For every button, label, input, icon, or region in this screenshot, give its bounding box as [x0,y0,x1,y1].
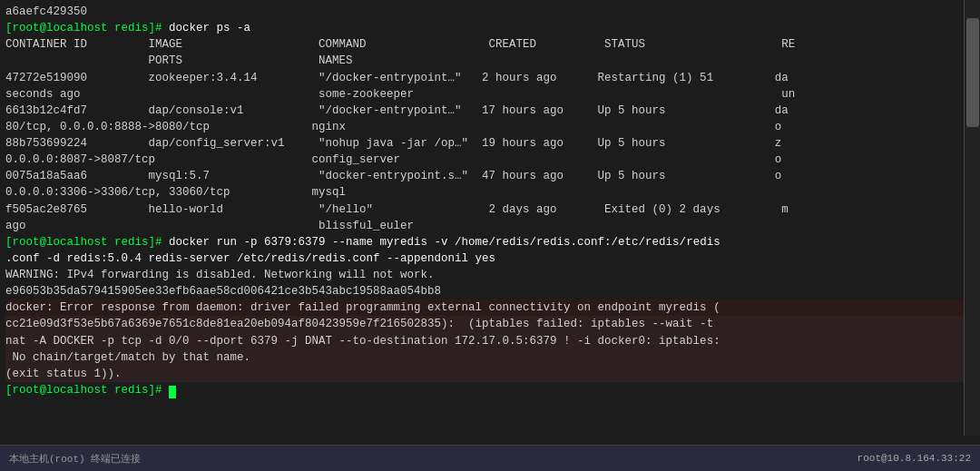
line-row3b: 0.0.0.0:8087->8087/tcp config_server o [5,152,975,168]
line-error2: cc21e09d3f53e5b67a6369e7651c8de81ea20eb0… [5,316,975,332]
line-row2: 6613b12c4fd7 dap/console:v1 "/docker-ent… [5,103,975,119]
line-warning: WARNING: IPv4 forwarding is disabled. Ne… [5,267,975,283]
screen: a6aefc429350 [root@localhost redis]# doc… [0,0,980,471]
line-error4: No chain/target/match by that name. [5,349,975,366]
line-error1: docker: Error response from daemon: driv… [5,299,975,316]
line-row5: f505ac2e8765 hello-world "/hello" 2 days… [5,201,975,218]
scrollbar-thumb[interactable] [966,18,979,127]
line-header: CONTAINER ID IMAGE COMMAND CREATED STATU… [5,36,975,53]
line-row5b: ago blissful_euler [5,218,975,234]
line-error5: (exit status 1)). [5,366,975,382]
terminal[interactable]: a6aefc429350 [root@localhost redis]# doc… [0,0,980,445]
line-row3: 88b753699224 dap/config_server:v1 "nohup… [5,135,975,152]
cursor-blink [169,386,176,398]
status-left: 本地主机(root) 终端已连接 [9,452,858,466]
status-bar: 本地主机(root) 终端已连接 root@10.8.164.33:22 [0,445,980,471]
line-error3: nat -A DOCKER -p tcp -d 0/0 --dport 6379… [5,333,975,349]
line-1: a6aefc429350 [5,4,975,20]
line-2: [root@localhost redis]# docker ps -a [5,20,975,36]
line-cmd2: .conf -d redis:5.0.4 redis-server /etc/r… [5,250,975,267]
terminal-content: a6aefc429350 [root@localhost redis]# doc… [5,4,975,398]
status-right: root@10.8.164.33:22 [858,453,971,464]
line-row4b: 0.0.0.0:3306->3306/tcp, 33060/tcp mysql [5,184,975,201]
line-row1: 47272e519090 zookeeper:3.4.14 "/docker-e… [5,70,975,86]
line-cmd1: [root@localhost redis]# docker run -p 63… [5,234,975,250]
line-row4: 0075a18a5aa6 mysql:5.7 "docker-entrypoin… [5,168,975,184]
line-hash: e96053b35da579415905ee33efb6aae58cd00642… [5,283,975,299]
scrollbar-track[interactable] [964,0,980,436]
line-row1b: seconds ago some-zookeeper un [5,86,975,103]
line-row2b: 80/tcp, 0.0.0.0:8888->8080/tcp nginx o [5,119,975,135]
line-header2: PORTS NAMES [5,53,975,69]
line-prompt: [root@localhost redis]# [5,382,975,398]
